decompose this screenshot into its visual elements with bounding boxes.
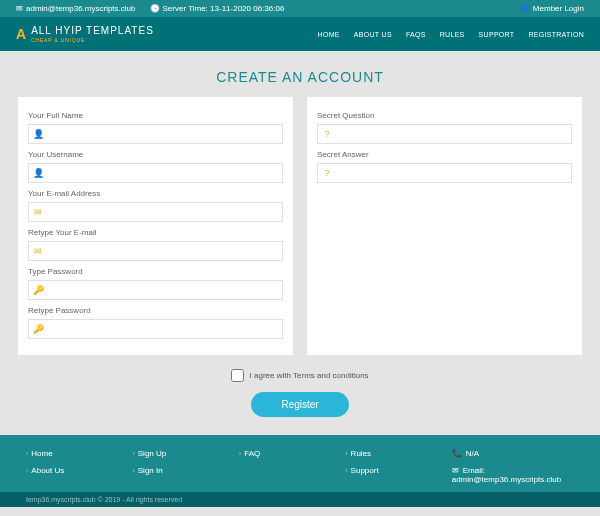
nav-home[interactable]: HOME xyxy=(318,31,340,38)
user-icon: 👤 xyxy=(29,168,47,178)
chevron-right-icon: › xyxy=(132,467,134,474)
member-login-text: Member Login xyxy=(533,4,584,13)
chevron-right-icon: › xyxy=(132,450,134,457)
input-username[interactable] xyxy=(47,164,282,182)
nav-faqs[interactable]: FAQS xyxy=(406,31,426,38)
user-icon: 👤 xyxy=(29,129,47,139)
right-panel: Secret Question ? Secret Answer ? xyxy=(307,97,582,355)
footer-support[interactable]: ›Support xyxy=(345,466,421,475)
topbar-server-time: 🕒 Server Time: 13-11-2020 06:36:06 xyxy=(150,4,285,13)
topbar-email-text: admin@temp36.myscripts.club xyxy=(26,4,136,13)
nav-support[interactable]: SUPPORT xyxy=(479,31,515,38)
footer-faq[interactable]: ›FAQ xyxy=(239,449,315,458)
chevron-right-icon: › xyxy=(239,450,241,457)
terms-checkbox[interactable] xyxy=(231,369,244,382)
input-secret-question[interactable] xyxy=(336,125,571,143)
page-title: CREATE AN ACCOUNT xyxy=(0,51,600,97)
mail-icon: ✉ xyxy=(29,207,47,217)
chevron-right-icon: › xyxy=(26,467,28,474)
footer-about[interactable]: ›About Us xyxy=(26,466,102,475)
label-fullname: Your Full Name xyxy=(28,111,283,120)
label-username: Your Username xyxy=(28,150,283,159)
mail-icon: ✉ xyxy=(16,4,23,13)
nav-about[interactable]: ABOUT US xyxy=(354,31,392,38)
nav-menu: HOME ABOUT US FAQS RULES SUPPORT REGISTR… xyxy=(318,31,584,38)
chevron-right-icon: › xyxy=(26,450,28,457)
key-icon: 🔑 xyxy=(29,285,47,295)
label-retype-email: Retype Your E-mail xyxy=(28,228,283,237)
question-icon: ? xyxy=(318,129,336,139)
input-secret-answer[interactable] xyxy=(336,164,571,182)
footer-copyright: temp36.myscripts.club © 2019 - All right… xyxy=(0,492,600,507)
footer-phone: 📞N/A xyxy=(452,449,574,458)
input-retype-email[interactable] xyxy=(47,242,282,260)
nav-registration[interactable]: REGISTRATION xyxy=(528,31,584,38)
label-email: Your E-mail Address xyxy=(28,189,283,198)
clock-icon: 🕒 xyxy=(150,4,160,13)
member-login-link[interactable]: 👤 Member Login xyxy=(520,4,584,13)
footer-signup[interactable]: ›Sign Up xyxy=(132,449,208,458)
label-secret-answer: Secret Answer xyxy=(317,150,572,159)
label-retype-password: Retype Password xyxy=(28,306,283,315)
phone-icon: 📞 xyxy=(452,449,462,458)
nav-rules[interactable]: RULES xyxy=(440,31,465,38)
terms-row: I agree with Terms and conditions xyxy=(0,355,600,388)
question-icon: ? xyxy=(318,168,336,178)
mail-icon: ✉ xyxy=(29,246,47,256)
brand-tagline: CHEAP & UNIQUE xyxy=(31,37,154,43)
server-time-text: Server Time: 13-11-2020 06:36:06 xyxy=(163,4,285,13)
input-email[interactable] xyxy=(47,203,282,221)
topbar-email: ✉ admin@temp36.myscripts.club xyxy=(16,4,136,13)
input-retype-password[interactable] xyxy=(47,320,282,338)
footer-rules[interactable]: ›Rules xyxy=(345,449,421,458)
user-icon: 👤 xyxy=(520,4,530,13)
mail-icon: ✉ xyxy=(452,466,459,475)
brand-logo-area[interactable]: A ALL HYIP TEMPLATES CHEAP & UNIQUE xyxy=(16,25,154,43)
logo-icon: A xyxy=(16,26,26,42)
label-secret-question: Secret Question xyxy=(317,111,572,120)
chevron-right-icon: › xyxy=(345,450,347,457)
register-button[interactable]: Register xyxy=(251,392,348,417)
terms-label: I agree with Terms and conditions xyxy=(250,371,369,380)
input-password[interactable] xyxy=(47,281,282,299)
footer-email: ✉Email: admin@temp36.myscripts.club xyxy=(452,466,574,484)
key-icon: 🔑 xyxy=(29,324,47,334)
footer-signin[interactable]: ›Sign In xyxy=(132,466,208,475)
brand-name: ALL HYIP TEMPLATES xyxy=(31,25,154,36)
left-panel: Your Full Name 👤 Your Username 👤 Your E-… xyxy=(18,97,293,355)
input-fullname[interactable] xyxy=(47,125,282,143)
label-password: Type Password xyxy=(28,267,283,276)
chevron-right-icon: › xyxy=(345,467,347,474)
footer-home[interactable]: ›Home xyxy=(26,449,102,458)
